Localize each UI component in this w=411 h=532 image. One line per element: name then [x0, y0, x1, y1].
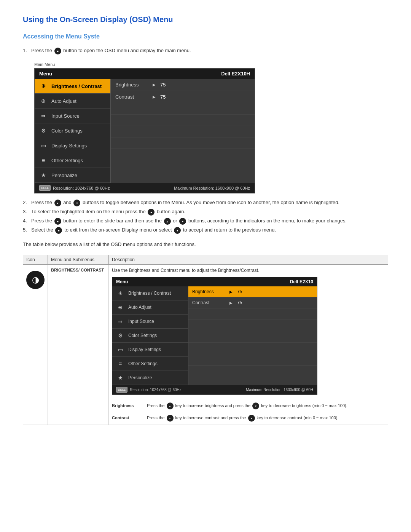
up-btn-contrast — [167, 415, 174, 422]
osd-right-empty-5 — [111, 149, 255, 160]
auto-adjust-icon: ⊕ — [39, 97, 48, 105]
brightness-sub-desc: Press the key to increase brightness and… — [147, 403, 347, 409]
down-btn-contrast — [248, 415, 255, 422]
icon-cell: ◑ — [23, 265, 48, 425]
up-button-icon — [54, 200, 61, 206]
down-btn-brightness — [252, 403, 259, 409]
logo-box: DELL — [39, 185, 51, 191]
large-osd-right-contrast: Contrast ▶ 75 — [188, 297, 317, 308]
large-osd-menu: Menu Dell E2X10 ☀ Brightness / Contrast … — [112, 277, 317, 395]
brightness-contrast-big-icon: ◑ — [26, 271, 45, 289]
col-submenu: Menu and Submenus — [48, 255, 109, 265]
osd-item-brightness-contrast[interactable]: ☀ Brightness / Contrast — [35, 79, 110, 94]
osd-item-label: Brightness / Contrast — [51, 83, 102, 89]
color-settings-icon: ⚙ — [39, 126, 48, 135]
col-icon: Icon — [23, 255, 48, 265]
osd-item-label: Personalize — [51, 173, 77, 178]
osd-item-display-settings[interactable]: ▭ Display Settings — [35, 138, 110, 153]
contrast-sub-section: Contrast Press the key to increase contr… — [112, 413, 385, 422]
brightness-icon: ☀ — [39, 82, 48, 90]
large-osd-item-auto-adjust: ⊕ Auto Adjust — [112, 300, 188, 315]
osd-footer: DELL Resolution: 1024x768 @ 60Hz Maximum… — [35, 183, 255, 193]
accept-btn-step5 — [174, 227, 181, 234]
section-heading: Accessing the Menu Syste — [23, 33, 388, 40]
large-osd-item-display-settings: ▭ Display Settings — [112, 343, 188, 357]
osd-header-left: Menu — [39, 71, 52, 77]
main-osd-menu: Menu Dell E2X10H ☀ Brightness / Contrast… — [34, 68, 255, 193]
table-row-brightness-contrast: ◑ BRIGHTNESS/ CONTRAST Use the Brightnes… — [23, 265, 388, 425]
table-intro: The table below provides a list of all t… — [23, 241, 388, 247]
up-btn-brightness — [167, 403, 174, 409]
large-osd-item-other-settings: ≡ Other Settings — [112, 357, 188, 371]
osd-right-contrast: Contrast ▶ 75 — [111, 91, 255, 103]
step-4: 4. Press the button to enter the slide b… — [23, 218, 388, 225]
menu-btn-step3 — [148, 209, 155, 216]
large-osd-right-brightness: Brightness ▶ 75 — [188, 286, 317, 297]
osd-item-other-settings[interactable]: ≡ Other Settings — [35, 153, 110, 168]
step-3: 3. To select the highlighted item on the… — [23, 209, 388, 216]
footer-max-resolution: Maximum Resolution: 1600x900 @ 60Hz — [174, 186, 250, 190]
menu-button-icon — [54, 48, 61, 54]
display-settings-icon: ▭ — [39, 141, 48, 150]
step-1: 1. Press the button to open the OSD menu… — [23, 48, 388, 54]
down-button-icon — [73, 200, 80, 206]
osd-right-empty-3 — [111, 126, 255, 137]
osd-right-empty-2 — [111, 115, 255, 126]
large-osd-item-personalize: ★ Personalize — [112, 371, 188, 385]
osd-item-input-source[interactable]: ⇒ Input Source — [35, 109, 110, 123]
large-osd-footer: DELL Resolution: 1024x768 @ 60Hz Maximum… — [112, 385, 317, 395]
page-title: Using the On-Screen Display (OSD) Menu — [23, 15, 388, 24]
large-osd-item-input-source: ⇒ Input Source — [112, 315, 188, 329]
osd-header-right: Dell E2X10H — [221, 71, 250, 77]
osd-right-empty-4 — [111, 137, 255, 149]
large-osd-item-color-settings: ⚙ Color Settings — [112, 329, 188, 343]
osd-right-empty-1 — [111, 103, 255, 115]
submenu-cell: BRIGHTNESS/ CONTRAST — [48, 265, 109, 425]
osd-description-table: Icon Menu and Submenus Description ◑ BRI… — [23, 255, 388, 425]
menu-btn-step4 — [54, 218, 61, 225]
other-settings-icon: ≡ — [39, 156, 48, 165]
osd-item-personalize[interactable]: ★ Personalize — [35, 168, 110, 183]
contrast-sub-desc: Press the key to increase contrast and p… — [147, 415, 339, 422]
osd-item-color-settings[interactable]: ⚙ Color Settings — [35, 123, 110, 138]
osd-item-label: Auto Adjust — [51, 98, 76, 104]
osd-item-auto-adjust[interactable]: ⊕ Auto Adjust — [35, 94, 110, 109]
resolution-logo: DELL Resolution: 1024x768 @ 60Hz — [39, 185, 110, 191]
col-description: Description — [109, 255, 388, 265]
contrast-sub-label: Contrast — [112, 413, 142, 422]
up-btn-step4 — [164, 218, 171, 225]
desc-text: Use the Brightness and Contrast menu to … — [112, 268, 385, 273]
large-osd-item-brightness-contrast: ☀ Brightness / Contrast — [112, 286, 188, 300]
osd-right-brightness: Brightness ▶ 75 — [111, 79, 255, 91]
down-btn-step4 — [179, 218, 186, 225]
osd-item-label: Color Settings — [51, 128, 83, 134]
step-2: 2. Press the and buttons to toggle betwe… — [23, 200, 388, 206]
large-osd-header-left: Menu — [116, 279, 128, 284]
desc-cell: Use the Brightness and Contrast menu to … — [109, 265, 388, 425]
personalize-icon: ★ — [39, 171, 48, 179]
input-source-icon: ⇒ — [39, 112, 48, 120]
main-menu-label: Main Menu — [34, 62, 388, 67]
step-5: 5. Select the to exit from the on-screen… — [23, 227, 388, 234]
brightness-sub-section: Brightness Press the key to increase bri… — [112, 401, 385, 409]
osd-item-label: Input Source — [51, 113, 80, 119]
exit-btn-step5 — [55, 227, 62, 234]
osd-item-label: Other Settings — [51, 158, 83, 163]
large-osd-header-right: Dell E2X10 — [290, 279, 313, 284]
brightness-sub-label: Brightness — [112, 401, 142, 409]
footer-resolution: Resolution: 1024x768 @ 60Hz — [53, 186, 110, 190]
osd-item-label: Display Settings — [51, 143, 87, 149]
